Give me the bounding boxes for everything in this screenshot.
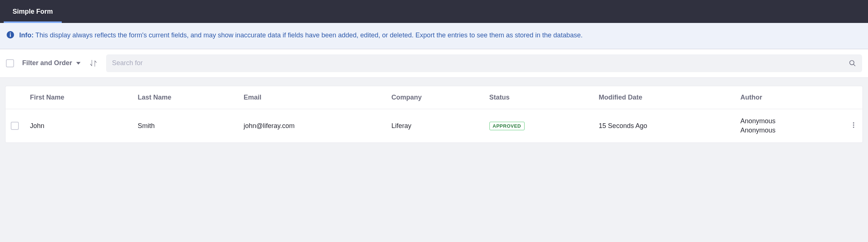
status-badge: APPROVED bbox=[489, 122, 525, 130]
search-box bbox=[106, 54, 862, 72]
cell-author: Anonymous Anonymous bbox=[735, 109, 845, 142]
swap-vertical-icon bbox=[89, 59, 98, 68]
cell-email: john@liferay.com bbox=[238, 109, 386, 142]
info-prefix: Info: bbox=[19, 31, 34, 39]
info-banner: Info: This display always reflects the f… bbox=[0, 23, 868, 49]
svg-rect-1 bbox=[10, 34, 11, 37]
svg-point-6 bbox=[853, 124, 854, 125]
cell-company: Liferay bbox=[386, 109, 484, 142]
svg-point-3 bbox=[850, 60, 854, 65]
search-icon[interactable] bbox=[849, 60, 856, 67]
cell-last-name: Smith bbox=[132, 109, 238, 142]
svg-point-2 bbox=[10, 33, 11, 34]
info-text: Info: This display always reflects the f… bbox=[19, 30, 583, 41]
col-header-last-name[interactable]: Last Name bbox=[132, 86, 238, 109]
table-row[interactable]: John Smith john@liferay.com Liferay APPR… bbox=[6, 109, 862, 142]
search-input[interactable] bbox=[112, 59, 849, 67]
header-bar: Simple Form bbox=[0, 0, 868, 23]
author-line-1: Anonymous bbox=[740, 117, 840, 126]
col-header-company[interactable]: Company bbox=[386, 86, 484, 109]
cell-first-name: John bbox=[25, 109, 132, 142]
filter-order-label: Filter and Order bbox=[22, 59, 72, 67]
row-checkbox[interactable] bbox=[11, 122, 19, 130]
cell-modified-date: 15 Seconds Ago bbox=[594, 109, 735, 142]
info-message: This display always reflects the form's … bbox=[35, 31, 583, 39]
col-header-checkbox bbox=[6, 86, 25, 109]
tab-label: Simple Form bbox=[13, 8, 53, 16]
info-icon bbox=[7, 31, 14, 38]
col-header-actions bbox=[845, 86, 862, 109]
table-header-row: First Name Last Name Email Company Statu… bbox=[6, 86, 862, 109]
kebab-menu-icon[interactable] bbox=[850, 121, 857, 129]
toolbar: Filter and Order bbox=[0, 49, 868, 78]
svg-point-5 bbox=[853, 122, 854, 123]
cell-status: APPROVED bbox=[484, 109, 594, 142]
tab-simple-form[interactable]: Simple Form bbox=[4, 0, 62, 23]
col-header-modified-date[interactable]: Modified Date bbox=[594, 86, 735, 109]
col-header-first-name[interactable]: First Name bbox=[25, 86, 132, 109]
author-line-2: Anonymous bbox=[740, 126, 840, 135]
select-all-checkbox[interactable] bbox=[6, 59, 14, 67]
filter-order-dropdown[interactable]: Filter and Order bbox=[22, 59, 81, 67]
table-container: First Name Last Name Email Company Statu… bbox=[0, 78, 868, 148]
entries-table: First Name Last Name Email Company Statu… bbox=[5, 86, 863, 143]
sort-button[interactable] bbox=[89, 59, 98, 68]
col-header-status[interactable]: Status bbox=[484, 86, 594, 109]
svg-line-4 bbox=[854, 64, 855, 66]
svg-point-7 bbox=[853, 127, 854, 128]
col-header-email[interactable]: Email bbox=[238, 86, 386, 109]
chevron-down-icon bbox=[76, 61, 81, 66]
col-header-author[interactable]: Author bbox=[735, 86, 845, 109]
